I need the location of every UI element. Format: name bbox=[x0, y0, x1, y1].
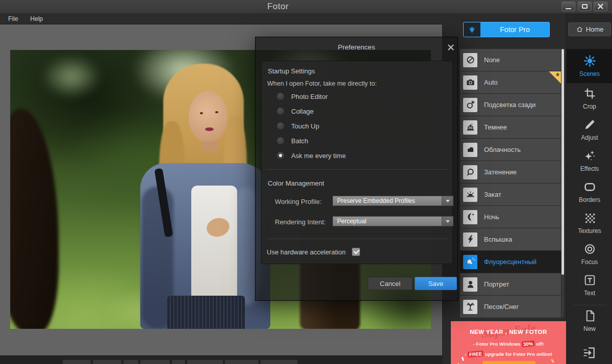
rendering-intent-dropdown[interactable]: Perceptual bbox=[333, 216, 453, 226]
scene-scrollbar-track bbox=[562, 49, 564, 318]
crop-icon bbox=[583, 87, 596, 100]
scene-item-sand-snow[interactable]: Песок/Снег bbox=[460, 296, 561, 318]
color-management-heading: Color Management bbox=[268, 179, 324, 187]
menu-file[interactable]: File bbox=[0, 14, 24, 24]
startup-settings-heading: Startup Settings bbox=[268, 67, 315, 75]
camera-icon bbox=[463, 75, 477, 90]
pencil-icon bbox=[583, 118, 596, 131]
close-button[interactable] bbox=[594, 2, 607, 11]
bottom-toolbar-button[interactable] bbox=[123, 360, 138, 364]
hardware-acceleration-checkbox[interactable] bbox=[352, 248, 360, 256]
sparkles-icon bbox=[583, 149, 596, 162]
fotor-pro-button[interactable]: Fotor Pro bbox=[463, 22, 550, 37]
bottom-toolbar-button[interactable] bbox=[261, 360, 297, 364]
radio-photo-editor[interactable]: Photo Editor bbox=[276, 92, 328, 100]
scene-list: None Auto Подсветка сзади bbox=[460, 49, 561, 318]
dialog-close-button[interactable] bbox=[447, 43, 455, 51]
scene-scrollbar-thumb[interactable] bbox=[562, 49, 564, 275]
sidebar-item-textures[interactable]: Textures bbox=[567, 212, 612, 235]
radio-ask-every-time[interactable]: Ask me every time bbox=[276, 151, 346, 160]
radio-touch-up[interactable]: Touch Up bbox=[276, 122, 319, 130]
radio-batch[interactable]: Batch bbox=[276, 137, 308, 145]
titlebar: Fotor bbox=[0, 0, 612, 14]
bottom-toolbar bbox=[0, 355, 443, 364]
bottom-toolbar-button[interactable] bbox=[225, 360, 259, 364]
sidebar-item-new[interactable]: New bbox=[567, 309, 612, 332]
promo-cta-button[interactable] bbox=[482, 361, 536, 364]
hardware-acceleration-label: Use hardware acceleration bbox=[267, 248, 346, 256]
tools-sidebar: Home Scenes Crop Adjust Effects Borders … bbox=[566, 14, 612, 364]
scene-item-cloudy[interactable]: Облачность bbox=[460, 139, 561, 161]
cloudy-icon bbox=[463, 143, 477, 157]
texture-icon bbox=[583, 212, 596, 224]
radio-circle[interactable] bbox=[276, 122, 285, 130]
star-icon bbox=[555, 72, 560, 77]
radio-circle[interactable] bbox=[276, 107, 285, 115]
working-profile-dropdown[interactable]: Preserve Embedded Profiles bbox=[333, 196, 453, 206]
scene-item-darker[interactable]: Темнее bbox=[460, 116, 561, 138]
maximize-button[interactable] bbox=[578, 2, 592, 11]
sidebar-item-borders[interactable]: Borders bbox=[567, 180, 612, 203]
chevron-down-icon[interactable] bbox=[442, 196, 453, 205]
save-button[interactable]: Save bbox=[415, 277, 457, 290]
home-icon bbox=[576, 25, 583, 33]
new-file-icon bbox=[583, 309, 596, 322]
home-button[interactable]: Home bbox=[568, 22, 611, 36]
scene-item-sunset[interactable]: Закат bbox=[460, 184, 561, 205]
radio-circle[interactable] bbox=[276, 92, 285, 100]
scene-item-shade[interactable]: Затенение bbox=[460, 161, 561, 183]
rendering-intent-label: Rendering Intent: bbox=[275, 218, 326, 226]
diamond-icon bbox=[464, 22, 480, 37]
sidebar-item-adjust[interactable]: Adjust bbox=[567, 118, 612, 141]
dialog-panel: Startup Settings When I open Fotor, take… bbox=[261, 61, 453, 264]
sidebar-item-scenes[interactable]: Scenes bbox=[567, 49, 612, 83]
promo-30-badge: 30% bbox=[522, 341, 535, 347]
cancel-button[interactable]: Cancel bbox=[368, 277, 413, 290]
chevron-down-icon[interactable] bbox=[442, 217, 453, 226]
scene-item-fluorescent[interactable]: Флуоресцентный bbox=[460, 251, 561, 273]
minimize-button[interactable] bbox=[562, 2, 575, 11]
promo-line-2: - FREE upgrade for Fotor Pro online! bbox=[451, 351, 566, 357]
hardware-acceleration-row: Use hardware acceleration bbox=[267, 248, 360, 256]
bottom-toolbar-button[interactable] bbox=[63, 360, 91, 364]
border-icon bbox=[583, 180, 596, 193]
promo-title: NEW YEAR , NEW FOTOR bbox=[451, 329, 566, 335]
focus-icon bbox=[583, 243, 596, 255]
shade-icon bbox=[463, 165, 477, 179]
divider bbox=[267, 169, 448, 170]
radio-collage[interactable]: Collage bbox=[276, 107, 314, 115]
none-icon bbox=[463, 53, 477, 67]
radio-circle[interactable] bbox=[276, 151, 285, 160]
bottom-toolbar-button[interactable] bbox=[93, 360, 121, 364]
bottom-toolbar-button[interactable] bbox=[140, 360, 170, 364]
radio-circle[interactable] bbox=[276, 137, 285, 145]
sidebar-item-text[interactable]: Text bbox=[567, 274, 612, 297]
scene-item-none[interactable]: None bbox=[460, 49, 561, 71]
sidebar-item-focus[interactable]: Focus bbox=[567, 243, 612, 266]
startup-settings-subheading: When I open Fotor, take me directly to: bbox=[267, 80, 377, 87]
fotor-pro-label: Fotor Pro bbox=[480, 25, 549, 34]
promo-free-badge: FREE bbox=[468, 351, 484, 358]
sidebar-item-effects[interactable]: Effects bbox=[567, 149, 612, 172]
scene-item-portrait[interactable]: Портрет bbox=[460, 273, 561, 295]
scene-item-night[interactable]: Ночь bbox=[460, 206, 561, 228]
scenes-panel: Fotor Pro None Auto По bbox=[443, 14, 566, 364]
close-icon bbox=[598, 4, 603, 9]
sun-icon bbox=[583, 55, 596, 67]
fluorescent-icon bbox=[463, 255, 477, 269]
night-icon bbox=[463, 210, 477, 224]
sidebar-item-import[interactable] bbox=[567, 345, 612, 360]
promo-banner[interactable]: Super Sale NEW YEAR , NEW FOTOR - Fotor … bbox=[451, 321, 566, 364]
bottom-toolbar-button[interactable] bbox=[172, 360, 185, 364]
confetti-decoration bbox=[462, 357, 465, 361]
portrait-icon bbox=[463, 277, 477, 292]
sidebar-item-crop[interactable]: Crop bbox=[567, 87, 612, 110]
menu-help[interactable]: Help bbox=[24, 14, 49, 24]
fotor-app-window: Fotor File Help bbox=[0, 0, 612, 364]
scene-item-auto[interactable]: Auto bbox=[460, 71, 561, 93]
bottom-toolbar-button[interactable] bbox=[187, 360, 223, 364]
scene-item-backlight[interactable]: Подсветка сзади bbox=[460, 94, 561, 116]
text-icon bbox=[583, 274, 596, 287]
scene-item-flash[interactable]: Вспышка bbox=[460, 228, 561, 250]
darker-icon bbox=[463, 120, 477, 135]
